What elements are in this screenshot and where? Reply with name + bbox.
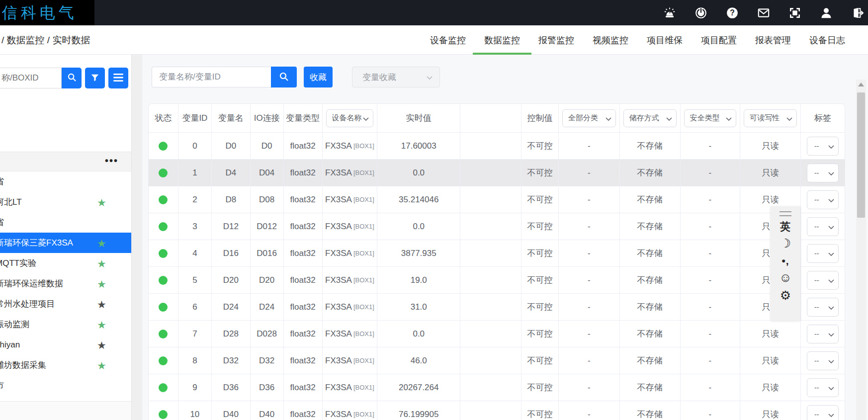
sidebar-item-市[interactable]: 市 xyxy=(0,375,131,396)
cell-variable-name: D12 xyxy=(212,213,251,240)
sidebar-item-振动监测[interactable]: 振动监测★ xyxy=(0,314,131,335)
sidebar-item-label: 省 xyxy=(0,176,4,187)
tag-select[interactable]: -- xyxy=(807,164,839,182)
sidebar-item-shiyan[interactable]: shiyan★ xyxy=(0,335,131,355)
tab-视频监控[interactable]: 视频监控 xyxy=(593,25,628,55)
header-select-储存方式[interactable]: 储存方式 xyxy=(623,109,677,127)
tag-select[interactable]: -- xyxy=(807,325,839,343)
table-row[interactable]: 10D40D40float32FX3SA[BOX1]76.199905不可控-不… xyxy=(149,401,845,420)
sidebar-item-常州水处理项目[interactable]: 常州水处理项目★ xyxy=(0,294,131,314)
tag-select[interactable]: -- xyxy=(807,137,839,156)
sidebar-item-河北LT[interactable]: 河北LT★ xyxy=(0,192,131,212)
device-name: FX3SA xyxy=(325,141,352,151)
pinyin-icon[interactable]: •, xyxy=(781,255,789,266)
tag-select[interactable]: -- xyxy=(807,244,839,263)
table-row[interactable]: 0D0D0float32FX3SA[BOX1]17.60003不可控-不存储-只… xyxy=(149,133,845,160)
tab-报警监控[interactable]: 报警监控 xyxy=(538,25,574,55)
favorite-star-icon[interactable]: ★ xyxy=(97,238,106,248)
device-name: FX3SA xyxy=(325,275,352,285)
cell-storage: 不存储 xyxy=(620,294,681,320)
list-menu-button[interactable] xyxy=(108,68,128,88)
main-scrollbar[interactable] xyxy=(856,80,866,420)
cell-empty xyxy=(460,401,521,420)
language-toggle-button[interactable]: 英 xyxy=(780,221,791,232)
tab-设备监控[interactable]: 设备监控 xyxy=(430,25,466,55)
sidebar-item-label: 新瑞环保运维数据 xyxy=(0,278,63,289)
variable-search-input[interactable] xyxy=(152,67,271,87)
filter-button[interactable] xyxy=(85,68,105,88)
device-search-button[interactable] xyxy=(62,68,82,88)
table-row[interactable]: 3D12D012float32FX3SA[BOX1]0.0不可控-不存储-只读-… xyxy=(149,213,845,240)
chevron-down-icon xyxy=(828,142,834,150)
favorite-star-icon[interactable]: ★ xyxy=(97,319,106,330)
settings-gear-icon[interactable]: ⚙ xyxy=(780,289,791,303)
drag-handle-icon[interactable] xyxy=(780,211,791,216)
tag-select[interactable]: -- xyxy=(807,190,839,209)
variable-favorite-select[interactable]: 变量收藏 xyxy=(352,67,440,87)
tab-报表管理[interactable]: 报表管理 xyxy=(755,25,791,55)
device-search-input[interactable] xyxy=(0,68,62,88)
favorite-star-icon[interactable]: ★ xyxy=(97,197,106,207)
header-变量ID: 变量ID xyxy=(178,104,212,132)
tag-select[interactable]: -- xyxy=(807,217,839,236)
sidebar-item-省[interactable]: 省 xyxy=(0,171,131,192)
sidebar-item-新瑞环保三菱FX3SA[interactable]: 新瑞环保三菱FX3SA★ xyxy=(0,233,131,253)
tab-项目维保[interactable]: 项目维保 xyxy=(647,25,683,55)
table-row[interactable]: 7D28D028float32FX3SA[BOX1]0.0不可控-不存储-只读-… xyxy=(149,321,845,347)
tag-select[interactable]: -- xyxy=(807,378,839,397)
mail-icon[interactable] xyxy=(757,6,770,19)
header-select-可读写性[interactable]: 可读写性 xyxy=(744,109,797,127)
cell-access: 只读 xyxy=(740,347,801,374)
table-row[interactable]: 1D4D04float32FX3SA[BOX1]0.0不可控-不存储-只读-- xyxy=(149,160,845,186)
cell-empty xyxy=(460,267,521,293)
variable-search-button[interactable] xyxy=(271,67,297,87)
cell-control-value: 不可控 xyxy=(521,321,559,347)
favorite-star-icon[interactable]: ★ xyxy=(97,339,106,350)
sidebar-item-新瑞环保运维数据[interactable]: 新瑞环保运维数据★ xyxy=(0,273,131,294)
table-row[interactable]: 6D24D24float32FX3SA[BOX1]31.0不可控-不存储-只读-… xyxy=(149,294,845,321)
user-icon[interactable] xyxy=(820,6,833,19)
chevron-down-icon xyxy=(828,250,834,257)
favorite-star-icon[interactable]: ★ xyxy=(97,258,106,268)
sidebar-item-潍坊数据采集[interactable]: 潍坊数据采集★ xyxy=(0,355,131,375)
tag-select[interactable]: -- xyxy=(807,351,839,370)
status-dot xyxy=(159,276,168,285)
favorite-star-icon[interactable]: ★ xyxy=(97,360,106,370)
feedback-smiley-icon[interactable]: ☺ xyxy=(779,271,792,285)
cell-security: - xyxy=(681,160,741,186)
cell-variable-type: float32 xyxy=(284,294,323,320)
header-select-设备名称[interactable]: 设备名称 xyxy=(326,109,374,127)
more-options-icon[interactable]: ••• xyxy=(105,155,118,167)
tag-select[interactable]: -- xyxy=(807,298,839,317)
table-row[interactable]: 4D16D016float32FX3SA[BOX1]3877.935不可控-不存… xyxy=(149,240,845,267)
logout-icon[interactable] xyxy=(851,6,864,19)
cell-realtime-value: 0.0 xyxy=(377,213,460,240)
scrollbar-thumb[interactable] xyxy=(857,92,865,218)
table-row[interactable]: 8D32D32float32FX3SA[BOX1]46.0不可控-不存储-只读-… xyxy=(149,347,845,374)
table-row[interactable]: 2D8D08float32FX3SA[BOX1]35.214046不可控-不存储… xyxy=(149,186,845,213)
tab-设备日志[interactable]: 设备日志 xyxy=(809,25,845,55)
favorite-button[interactable]: 收藏 xyxy=(304,67,333,87)
cell-empty xyxy=(460,186,521,213)
header-select-安全类型[interactable]: 安全类型 xyxy=(684,109,737,127)
fullscreen-icon[interactable] xyxy=(788,6,801,19)
alarm-icon[interactable] xyxy=(663,6,676,19)
cell-tag: -- xyxy=(801,321,845,347)
tag-select[interactable]: -- xyxy=(807,405,839,420)
tab-数据监控[interactable]: 数据监控 xyxy=(484,25,520,55)
cell-access: 只读 xyxy=(740,401,801,420)
sidebar-scrollbar[interactable] xyxy=(131,55,142,420)
dark-mode-icon[interactable]: ☽ xyxy=(780,237,791,251)
header-select-全部分类[interactable]: 全部分类 xyxy=(562,109,616,127)
tag-select[interactable]: -- xyxy=(807,271,839,290)
scroll-up-icon[interactable] xyxy=(858,83,864,86)
tab-项目配置[interactable]: 项目配置 xyxy=(701,25,737,55)
table-row[interactable]: 5D20D20float32FX3SA[BOX1]19.0不可控-不存储-只读-… xyxy=(149,267,845,294)
help-icon[interactable]: ? xyxy=(726,6,739,19)
sidebar-item-省[interactable]: 省 xyxy=(0,212,131,233)
sidebar-item-MQTT实验[interactable]: MQTT实验★ xyxy=(0,253,131,273)
table-row[interactable]: 9D36D36float32FX3SA[BOX1]20267.264不可控-不存… xyxy=(149,374,845,401)
favorite-star-icon[interactable]: ★ xyxy=(97,299,106,309)
power-icon[interactable] xyxy=(694,6,707,19)
favorite-star-icon[interactable]: ★ xyxy=(97,278,106,289)
